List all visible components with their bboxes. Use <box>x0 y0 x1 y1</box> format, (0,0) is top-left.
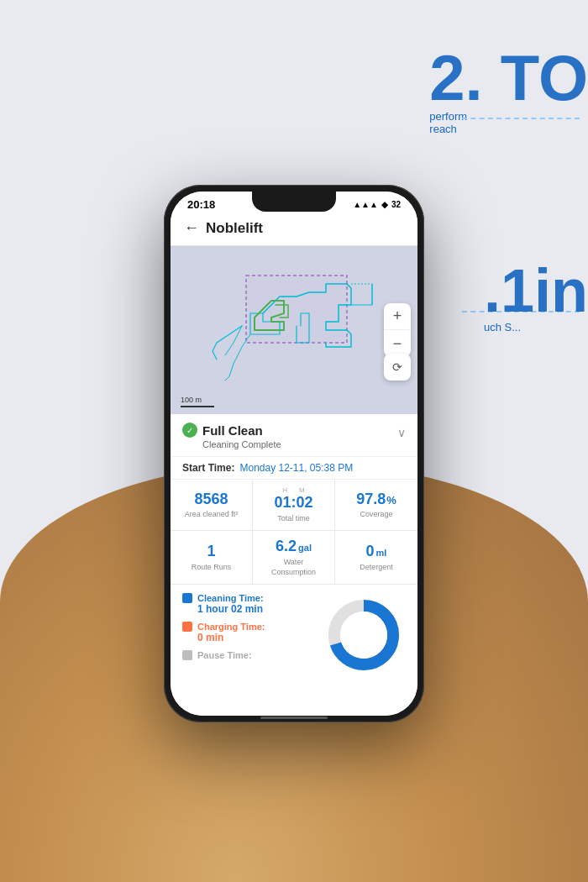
pause-dot <box>182 650 192 660</box>
status-icons: ▲▲▲ ◆ ▲ ● ◆ 32 32 <box>353 200 401 209</box>
detergent-unit: ml <box>376 548 387 558</box>
bg-text-line2: perform <box>429 110 588 123</box>
stat-area-cleaned: 8568 Area cleaned ft² <box>171 480 253 531</box>
back-button[interactable]: ← <box>184 219 199 237</box>
hm-labels: H M <box>282 486 304 494</box>
svg-point-7 <box>340 612 387 659</box>
h-label: H <box>282 486 287 494</box>
coverage-unit: % <box>386 494 396 507</box>
cleaning-time-label: Cleaning Time: <box>197 593 264 603</box>
phone-screen: 20:18 ▲▲▲ ◆ ▲ ● ◆ 32 32 ← Noblelift <box>171 192 417 716</box>
clean-status-info: ✓ Full Clean Cleaning Complete <box>182 423 281 449</box>
map-svg <box>171 246 417 414</box>
status-time: 20:18 <box>187 198 215 211</box>
legend-charging-row: Charging Time: <box>182 622 313 632</box>
stat-route-runs: 1 Route Runs <box>171 531 253 585</box>
home-indicator[interactable] <box>260 717 328 719</box>
legend-column: Cleaning Time: 1 hour 02 min Charging Ti… <box>182 593 313 677</box>
donut-svg <box>322 593 406 677</box>
stat-water-consumption: 6.2 gal WaterConsumption <box>253 531 335 585</box>
battery-level: 32 <box>391 200 401 209</box>
bg-text-bottom-line2: uch S... <box>484 321 588 333</box>
route-runs-label: Route Runs <box>192 563 232 573</box>
zoom-in-button[interactable]: + <box>384 303 411 330</box>
page-title: Noblelift <box>206 220 263 237</box>
cleaning-dot <box>182 593 192 603</box>
cleaning-time-value: 1 hour 02 min <box>197 603 313 615</box>
check-icon: ✓ <box>182 423 197 438</box>
detergent-value: 0 <box>366 543 375 561</box>
map-scale: 100 m <box>181 396 214 407</box>
map-area[interactable]: 100 m + − ⟳ <box>171 246 417 414</box>
total-time-value: 01:02 <box>274 494 312 512</box>
legend-pause-time: Pause Time: <box>182 650 313 660</box>
stat-detergent: 0 ml Detergent <box>335 531 417 585</box>
legend-charging-time: Charging Time: 0 min <box>182 622 313 643</box>
clean-subtitle: Cleaning Complete <box>202 439 281 449</box>
map-zoom-controls: + − <box>384 303 411 357</box>
expand-icon[interactable]: ∨ <box>397 426 406 439</box>
status-bar: 20:18 ▲▲▲ ◆ ▲ ● ◆ 32 32 <box>171 192 417 214</box>
stat-total-time: H M 01:02 Total time <box>253 480 335 531</box>
clean-title: Full Clean <box>202 423 263 438</box>
bg-label-top: 2. TO <box>429 46 588 110</box>
water-unit: gal <box>298 543 312 553</box>
coverage-label: Coverage <box>360 510 392 520</box>
charging-dot <box>182 622 192 632</box>
content-area: ✓ Full Clean Cleaning Complete ∨ Start T… <box>171 414 417 716</box>
legend-cleaning-row: Cleaning Time: <box>182 593 313 603</box>
water-value: 6.2 <box>276 538 297 556</box>
rotate-icon: ⟳ <box>392 360 402 374</box>
app-header: ← Noblelift <box>171 214 417 246</box>
charging-time-label: Charging Time: <box>197 622 265 632</box>
clean-title-row: ✓ Full Clean <box>182 423 281 438</box>
clean-status-section: ✓ Full Clean Cleaning Complete ∨ <box>171 414 417 457</box>
water-label: WaterConsumption <box>271 558 316 577</box>
legend-cleaning-time: Cleaning Time: 1 hour 02 min <box>182 593 313 615</box>
charging-time-value: 0 min <box>197 632 313 643</box>
legend-pause-row: Pause Time: <box>182 650 313 660</box>
area-cleaned-value: 8568 <box>194 491 228 509</box>
total-time-label: Total time <box>277 514 310 524</box>
start-time-row: Start Time: Monday 12-11, 05:38 PM <box>171 457 417 480</box>
wifi-icon: ◆ <box>381 200 388 209</box>
map-rotate-button[interactable]: ⟳ <box>384 354 411 381</box>
route-runs-value: 1 <box>207 543 215 561</box>
stat-coverage: 97.8 % Coverage <box>335 480 417 531</box>
coverage-value: 97.8 <box>356 491 386 509</box>
start-time-label: Start Time: <box>182 462 234 474</box>
stats-grid: 8568 Area cleaned ft² H M 01:02 Total ti… <box>171 480 417 585</box>
start-time-value: Monday 12-11, 05:38 PM <box>239 462 353 474</box>
donut-chart <box>322 593 406 677</box>
area-cleaned-label: Area cleaned ft² <box>185 510 239 520</box>
detergent-label: Detergent <box>360 563 393 573</box>
pause-time-label: Pause Time: <box>197 650 252 660</box>
m-label: M <box>299 486 305 494</box>
signal-icon: ▲▲▲ <box>353 200 378 209</box>
bg-text-line3: reach <box>429 123 588 135</box>
bottom-section: Cleaning Time: 1 hour 02 min Charging Ti… <box>171 585 417 685</box>
phone-device: 20:18 ▲▲▲ ◆ ▲ ● ◆ 32 32 ← Noblelift <box>164 185 424 722</box>
